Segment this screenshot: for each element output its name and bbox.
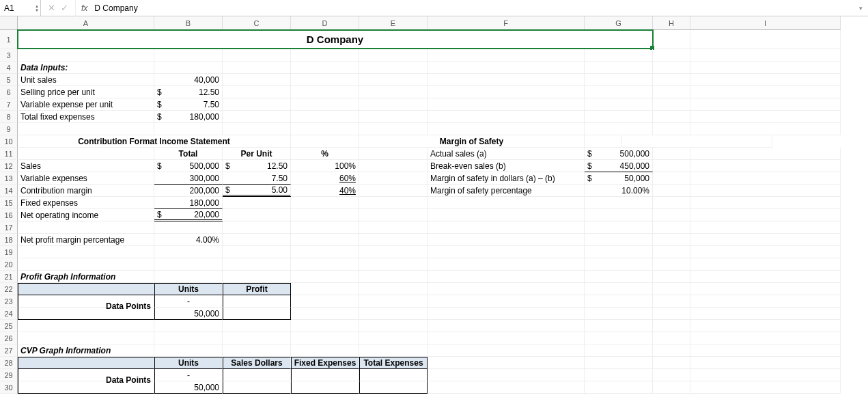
cell-D11[interactable]: % [291,148,359,160]
cell-D30[interactable] [291,381,359,394]
cell-B25[interactable] [154,320,223,332]
cell-H9[interactable] [653,123,690,135]
cell-I29[interactable] [690,369,841,381]
cell-C8[interactable] [223,111,291,123]
cell-A19[interactable] [18,246,154,258]
cell-F7[interactable] [428,98,585,111]
cell-D5[interactable] [291,74,359,86]
cell-H10[interactable] [585,135,622,148]
cell-H29[interactable] [653,369,690,381]
row-head-5[interactable]: 5 [0,74,18,86]
cell-B6[interactable]: $12.50 [154,86,223,98]
cell-C13[interactable]: 7.50 [223,172,291,185]
cell-E10[interactable] [291,135,359,148]
cell-D4[interactable] [291,62,359,74]
row-head-6[interactable]: 6 [0,86,18,98]
cell-E6[interactable] [359,86,428,98]
row-head-7[interactable]: 7 [0,98,18,111]
cell-A4[interactable]: Data Inputs: [18,62,154,74]
cell-C19[interactable] [223,246,291,258]
cell-H15[interactable] [653,197,690,209]
cell-D13[interactable]: 60% [291,172,359,185]
cell-D29[interactable] [291,369,359,381]
cell-E8[interactable] [359,111,428,123]
cell-A22[interactable] [18,283,154,295]
cell-D15[interactable] [291,197,359,209]
formula-input[interactable]: D Company [92,3,137,13]
cell-E27[interactable] [359,344,428,357]
cell-C7[interactable] [223,98,291,111]
cell-D8[interactable] [291,111,359,123]
cell-I8[interactable] [690,111,841,123]
cell-G20[interactable] [585,258,653,271]
cell-H17[interactable] [653,221,690,234]
cell-I13[interactable] [690,172,841,185]
cell-C14[interactable]: $5.00 [223,185,291,197]
row-head-14[interactable]: 14 [0,185,18,197]
cell-D21[interactable] [291,271,359,283]
cell-I16[interactable] [690,209,841,221]
cell-D20[interactable] [291,258,359,271]
cell-E17[interactable] [359,221,428,234]
cell-B14[interactable]: 200,000 [154,185,223,197]
cell-H5[interactable] [653,74,690,86]
row-head-1[interactable]: 1 [0,30,18,49]
cell-A17[interactable] [18,221,154,234]
cell-H25[interactable] [653,320,690,332]
cell-I7[interactable] [690,98,841,111]
cell-I18[interactable] [690,234,841,246]
cell-G7[interactable] [585,98,653,111]
cell-B18[interactable]: 4.00% [154,234,223,246]
cell-A7[interactable]: Variable expense per unit [18,98,154,111]
cell-D23[interactable] [291,295,359,308]
cell-F25[interactable] [428,320,585,332]
cell-G17[interactable] [585,221,653,234]
cell-B13[interactable]: 300,000 [154,172,223,185]
cell-E18[interactable] [359,234,428,246]
cell-I17[interactable] [690,221,841,234]
cell-G8[interactable] [585,111,653,123]
cell-F12[interactable]: Break-even sales (b) [428,160,585,172]
cell-A16[interactable]: Net operating income [18,209,154,221]
cell-I21[interactable] [690,271,841,283]
name-box[interactable]: A1 ▲ ▼ [0,0,41,16]
cell-G24[interactable] [585,308,653,320]
cell-H7[interactable] [653,98,690,111]
cell-E15[interactable] [359,197,428,209]
cell-H8[interactable] [653,111,690,123]
cell-F28[interactable] [428,357,585,369]
cell-G4[interactable] [585,62,653,74]
cell-H26[interactable] [653,332,690,344]
cell-E14[interactable] [359,185,428,197]
cell-E24[interactable] [359,308,428,320]
cell-A20[interactable] [18,258,154,271]
row-head-30[interactable]: 30 [0,381,18,394]
cell-E29[interactable] [359,369,428,381]
cell-B9[interactable] [154,123,223,135]
cell-B7[interactable]: $7.50 [154,98,223,111]
row-head-16[interactable]: 16 [0,209,18,221]
cell-H12[interactable] [653,160,690,172]
row-head-4[interactable]: 4 [0,62,18,74]
cell-I9[interactable] [690,123,841,135]
cell-A26[interactable] [18,332,154,344]
cell-G16[interactable] [585,209,653,221]
cell-G23[interactable] [585,295,653,308]
cell-B15[interactable]: 180,000 [154,197,223,209]
cell-E4[interactable] [359,62,428,74]
cell-A8[interactable]: Total fixed expenses [18,111,154,123]
cell-A24[interactable]: Data Points [18,301,154,320]
cell-E28[interactable]: Total Expenses [359,357,428,369]
cell-A12[interactable]: Sales [18,160,154,172]
cell-A11[interactable] [18,148,154,160]
cell-I3[interactable] [690,49,841,62]
cell-A6[interactable]: Selling price per unit [18,86,154,98]
cell-G25[interactable] [585,320,653,332]
cell-C15[interactable] [223,197,291,209]
cell-B21[interactable] [154,271,223,283]
row-head-21[interactable]: 21 [0,271,18,283]
cell-C29[interactable] [223,369,291,381]
cell-F6[interactable] [428,86,585,98]
cell-F13[interactable]: Margin of safety in dollars (a) – (b) [428,172,585,185]
cell-A3[interactable] [18,49,154,62]
